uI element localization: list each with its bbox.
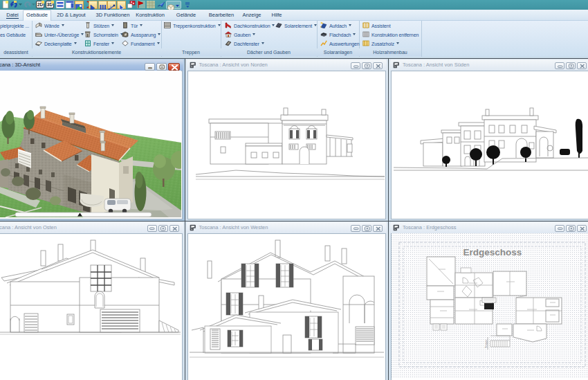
svg-text:Treppe: Treppe [484,339,488,348]
svg-text:Erdgeschoss: Erdgeschoss [463,247,522,257]
